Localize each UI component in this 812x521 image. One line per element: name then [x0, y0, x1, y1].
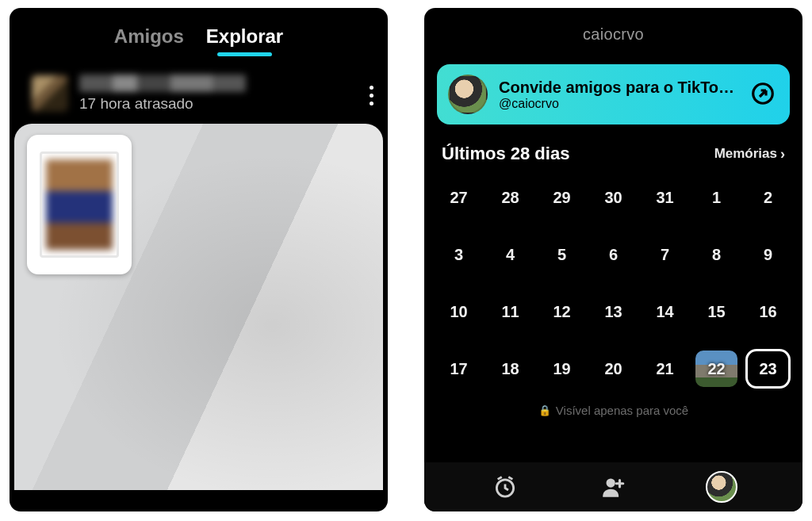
- day-number: 17: [450, 360, 467, 378]
- feed-tabs: Amigos Explorar: [10, 8, 388, 54]
- calendar-day[interactable]: 31: [642, 177, 688, 218]
- nav-profile[interactable]: [704, 469, 739, 504]
- day-number: 15: [707, 303, 725, 321]
- day-number: 22: [707, 360, 725, 378]
- post-header: 17 hora atrasado: [10, 54, 388, 124]
- calendar-day[interactable]: 16: [745, 291, 791, 332]
- calendar-day[interactable]: 14: [642, 291, 688, 332]
- day-number: 31: [656, 189, 673, 207]
- post-time: 17 hora atrasado: [79, 95, 246, 113]
- calendar-day[interactable]: 19: [538, 348, 585, 389]
- day-number: 1: [712, 189, 721, 207]
- post-more-button[interactable]: [370, 86, 373, 105]
- invite-card[interactable]: Convide amigos para o TikTok N... @caioc…: [437, 64, 790, 125]
- bottom-nav: [424, 462, 802, 511]
- day-number: 29: [553, 189, 570, 207]
- privacy-note: 🔒 Visível apenas para você: [424, 404, 802, 417]
- day-number: 3: [454, 246, 463, 264]
- post-user-block: 17 hora atrasado: [79, 75, 246, 113]
- day-number: 30: [604, 189, 622, 207]
- day-number: 5: [557, 246, 566, 264]
- today-ring: [745, 349, 791, 389]
- day-number: 21: [656, 360, 673, 378]
- calendar-day[interactable]: 22: [693, 348, 740, 389]
- day-number: 4: [506, 246, 515, 264]
- invite-title: Convide amigos para o TikTok N...: [499, 79, 737, 97]
- calendar-day[interactable]: 12: [538, 291, 585, 332]
- calendar-day[interactable]: 30: [590, 177, 637, 218]
- post-username[interactable]: [79, 75, 246, 92]
- calendar-day[interactable]: 3: [435, 234, 482, 275]
- nav-avatar: [706, 471, 737, 503]
- day-number: 19: [553, 360, 570, 378]
- day-number: 18: [501, 360, 519, 378]
- nav-clock[interactable]: [488, 469, 523, 504]
- calendar-day[interactable]: 17: [435, 348, 482, 389]
- day-number: 8: [712, 246, 721, 264]
- calendar-day[interactable]: 29: [538, 177, 585, 218]
- tab-explore[interactable]: Explorar: [206, 25, 283, 54]
- calendar-day[interactable]: 6: [590, 234, 637, 275]
- share-icon[interactable]: [750, 81, 776, 106]
- day-number: 11: [501, 303, 519, 321]
- calendar-day[interactable]: 18: [487, 348, 534, 389]
- nav-add-friend[interactable]: [596, 469, 630, 504]
- day-number: 10: [450, 303, 467, 321]
- blurred-selfie: [46, 159, 113, 250]
- calendar-day[interactable]: 8: [693, 234, 740, 275]
- memories-label: Memórias: [714, 146, 777, 162]
- calendar-day[interactable]: 5: [538, 234, 585, 275]
- calendar-day[interactable]: 21: [642, 348, 688, 389]
- calendar-day[interactable]: 7: [642, 234, 688, 275]
- day-number: 12: [553, 303, 570, 321]
- phone-feed: Amigos Explorar 17 hora atrasado: [10, 8, 388, 511]
- post-main-photo[interactable]: [14, 124, 383, 490]
- more-icon: [370, 86, 373, 105]
- chevron-right-icon: ›: [780, 146, 785, 163]
- post-avatar[interactable]: [32, 75, 68, 112]
- day-number: 20: [604, 360, 622, 378]
- day-number: 14: [656, 303, 673, 321]
- calendar-grid: 2728293031123456789101112131415161718192…: [424, 169, 802, 389]
- calendar-day[interactable]: 11: [487, 291, 534, 332]
- tab-friends[interactable]: Amigos: [114, 25, 184, 54]
- day-number: 13: [604, 303, 622, 321]
- calendar-day[interactable]: 10: [435, 291, 482, 332]
- calendar-day[interactable]: 1: [693, 177, 740, 218]
- day-number: 28: [501, 189, 519, 207]
- day-number: 27: [450, 189, 467, 207]
- invite-handle: @caiocrvo: [499, 97, 737, 111]
- section-title: Últimos 28 dias: [442, 144, 569, 164]
- calendar-day[interactable]: 28: [487, 177, 534, 218]
- day-number: 2: [764, 189, 772, 207]
- calendar-day[interactable]: 9: [745, 234, 791, 275]
- day-number: 16: [759, 303, 776, 321]
- lock-icon: 🔒: [538, 404, 551, 416]
- privacy-text: Visível apenas para você: [556, 404, 688, 417]
- svg-point-2: [607, 478, 615, 487]
- memories-link[interactable]: Memórias ›: [714, 146, 785, 163]
- invite-avatar: [448, 75, 488, 114]
- calendar-day[interactable]: 4: [487, 234, 534, 275]
- day-number: 7: [661, 246, 669, 264]
- phone-profile: caiocrvo Convide amigos para o TikTok N.…: [424, 8, 802, 511]
- profile-username: caiocrvo: [424, 8, 802, 44]
- post-selfie-inset[interactable]: [27, 135, 132, 274]
- day-number: 9: [764, 246, 772, 264]
- calendar-day[interactable]: 27: [435, 177, 482, 218]
- day-number: 6: [609, 246, 618, 264]
- calendar-day[interactable]: 23: [745, 348, 791, 389]
- calendar-day[interactable]: 15: [693, 291, 740, 332]
- calendar-day[interactable]: 20: [590, 348, 637, 389]
- calendar-day[interactable]: 13: [590, 291, 637, 332]
- calendar-day[interactable]: 2: [745, 177, 791, 218]
